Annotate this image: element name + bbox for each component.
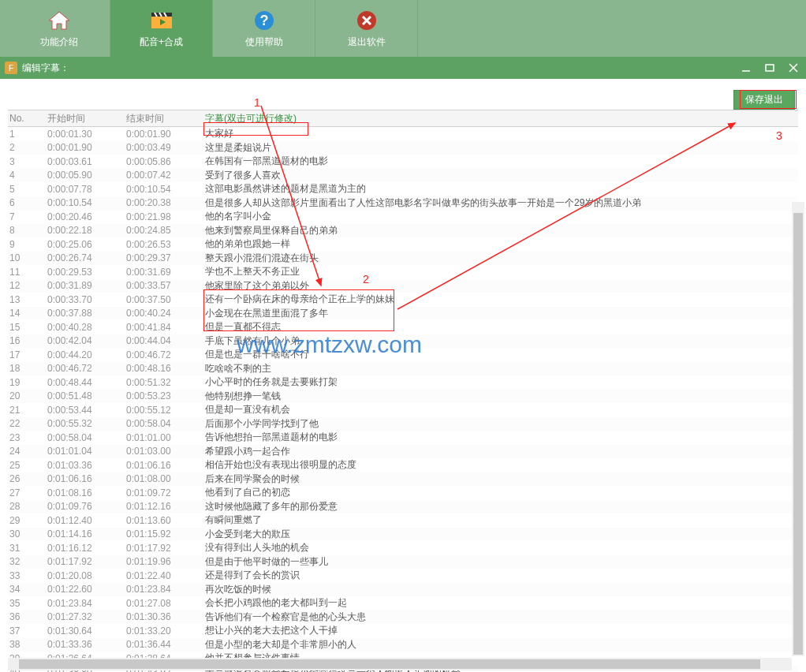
table-row[interactable]: 350:01:23.840:01:27.08会长把小鸡跟他的老大都叫到一起 (8, 596, 798, 610)
table-row[interactable]: 300:01:14.160:01:15.92小金受到老大的欺压 (8, 528, 798, 542)
table-row[interactable]: 270:01:08.160:01:09.72他看到了自己的初恋 (8, 486, 798, 500)
table-row[interactable]: 320:01:17.920:01:19.96但是由于他平时做的一些事儿 (8, 555, 798, 569)
cell-end: 0:01:01.00 (126, 432, 205, 443)
table-row[interactable]: 190:00:48.440:00:51.32小心平时的任务就是去要账打架 (8, 375, 798, 390)
cell-subtitle[interactable]: 但是小型的老大却是个非常胆小的人 (205, 638, 798, 651)
cell-no: 1 (8, 129, 47, 140)
cell-no: 18 (8, 363, 47, 374)
cell-subtitle[interactable]: 这部电影虽然讲述的题材是黑道为主的 (205, 182, 798, 196)
house-icon (45, 9, 73, 32)
cell-end: 0:01:19.96 (126, 556, 205, 567)
table-row[interactable]: 80:00:22.180:00:24.85他来到警察局里保释自己的弟弟 (8, 224, 798, 238)
cell-subtitle[interactable]: 告诉他想拍一部黑道题材的电影 (205, 431, 798, 444)
table-row[interactable]: 250:01:03.360:01:06.16相信开始也没有表现出很明显的态度 (8, 458, 798, 472)
cell-subtitle[interactable]: 有瞬间重燃了 (205, 513, 798, 527)
toolbar-dub-synth[interactable]: 配音+合成 (110, 0, 213, 57)
cell-subtitle[interactable]: 他特别想挣一笔钱 (205, 390, 798, 403)
table-row[interactable]: 100:00:26.740:00:29.37整天跟小混混们混迹在街头 (8, 252, 798, 266)
table-row[interactable]: 90:00:25.060:00:26.53他的弟弟也跟她一样 (8, 237, 798, 252)
cell-subtitle[interactable]: 受到了很多人喜欢 (205, 169, 798, 182)
table-row[interactable]: 180:00:46.720:00:48.16吃啥啥不剩的主 (8, 362, 798, 376)
cell-subtitle[interactable]: 会长把小鸡跟他的老大都叫到一起 (205, 596, 798, 610)
maximize-button[interactable] (762, 60, 778, 76)
cell-start: 0:01:12.40 (47, 515, 126, 526)
horizontal-scrollbar[interactable] (8, 658, 792, 670)
vertical-scrollbar[interactable] (792, 202, 804, 656)
table-row[interactable]: 140:00:37.880:00:40.24小金现在在黑道里面混了多年 (8, 307, 798, 321)
table-row[interactable]: 70:00:20.460:00:21.98他的名字叫小金 (8, 210, 798, 224)
cell-subtitle[interactable]: 吃啥啥不剩的主 (205, 362, 798, 375)
table-row[interactable]: 10:00:01.300:00:01.90大家好 (8, 127, 798, 141)
cell-subtitle[interactable]: 但是很多人却从这部影片里面看出了人性这部电影名字叫做卑劣的街头故事一开始是一个2… (205, 196, 798, 210)
cell-subtitle[interactable]: 学也不上整天不务正业 (205, 265, 798, 278)
table-row[interactable]: 370:01:30.640:01:33.20想让小兴的老大去把这个人干掉 (8, 624, 798, 638)
cell-subtitle[interactable]: 希望跟小鸡一起合作 (205, 445, 798, 458)
table-row[interactable]: 220:00:55.320:00:58.04后面那个小学同学找到了他 (8, 417, 798, 431)
cell-no: 34 (8, 584, 47, 595)
table-row[interactable]: 110:00:29.530:00:31.69学也不上整天不务正业 (8, 265, 798, 279)
table-row[interactable]: 230:00:58.040:01:01.00告诉他想拍一部黑道题材的电影 (8, 431, 798, 445)
table-row[interactable]: 310:01:16.120:01:17.92没有得到出人头地的机会 (8, 541, 798, 555)
table-row[interactable]: 380:01:33.360:01:36.44但是小型的老大却是个非常胆小的人 (8, 638, 798, 652)
cell-subtitle[interactable]: 但是由于他平时做的一些事儿 (205, 555, 798, 569)
cell-start: 0:01:03.36 (47, 460, 126, 471)
cell-subtitle[interactable]: 在韩国有一部黑道题材的电影 (205, 155, 798, 168)
cell-no: 30 (8, 528, 47, 539)
cell-end: 0:01:30.36 (126, 611, 205, 622)
table-row[interactable]: 330:01:20.080:01:22.40还是得到了会长的赏识 (8, 569, 798, 583)
cell-no: 5 (8, 184, 47, 195)
cell-end: 0:01:36.44 (126, 639, 205, 650)
cell-subtitle[interactable]: 他来到警察局里保释自己的弟弟 (205, 224, 798, 237)
table-row[interactable]: 210:00:53.440:00:55.12但是却一直没有机会 (8, 403, 798, 417)
table-row[interactable]: 50:00:07.780:00:10.54这部电影虽然讲述的题材是黑道为主的 (8, 182, 798, 196)
table-row[interactable]: 30:00:03.610:00:05.86在韩国有一部黑道题材的电影 (8, 155, 798, 169)
cell-subtitle[interactable]: 他的弟弟也跟她一样 (205, 237, 798, 251)
table-row[interactable]: 20:00:01.900:00:03.49这里是柔姐说片 (8, 141, 798, 155)
table-row[interactable]: 200:00:51.480:00:53.23他特别想挣一笔钱 (8, 390, 798, 404)
cell-subtitle[interactable]: 后面那个小学同学找到了他 (205, 417, 798, 431)
table-row[interactable]: 130:00:33.700:00:37.50还有一个卧病在床的母亲给个正在上学的… (8, 293, 798, 307)
app-icon: F (5, 62, 17, 74)
cell-subtitle[interactable]: 没有得到出人头地的机会 (205, 541, 798, 554)
col-header-end[interactable]: 结束时间 (126, 112, 205, 125)
cell-subtitle[interactable]: 他看到了自己的初恋 (205, 486, 798, 499)
cell-end: 0:01:13.60 (126, 515, 205, 526)
cell-subtitle[interactable]: 这时候他隐藏了多年的那份爱意 (205, 500, 798, 513)
cell-subtitle[interactable]: 告诉他们有一个检察官是他的心头大患 (205, 610, 798, 624)
table-row[interactable]: 120:00:31.890:00:33.57他家里除了这个弟弟以外 (8, 279, 798, 293)
toolbar-exit[interactable]: 退出软件 (315, 0, 418, 57)
table-row[interactable]: 290:01:12.400:01:13.60有瞬间重燃了 (8, 513, 798, 528)
table-row[interactable]: 360:01:27.320:01:30.36告诉他们有一个检察官是他的心头大患 (8, 610, 798, 625)
cell-subtitle[interactable]: 小心平时的任务就是去要账打架 (205, 375, 798, 389)
cell-start: 0:00:25.06 (47, 239, 126, 250)
toolbar-help[interactable]: ? 使用帮助 (213, 0, 315, 57)
cell-subtitle[interactable]: 相信开始也没有表现出很明显的态度 (205, 458, 798, 472)
col-header-no[interactable]: No. (8, 113, 47, 124)
table-row[interactable]: 60:00:10.540:00:20.38但是很多人却从这部影片里面看出了人性这… (8, 196, 798, 211)
minimize-button[interactable] (738, 60, 754, 76)
table-row[interactable]: 280:01:09.760:01:12.16这时候他隐藏了多年的那份爱意 (8, 500, 798, 514)
cell-end: 0:00:51.32 (126, 377, 205, 388)
cell-subtitle[interactable]: 整天跟小混混们混迹在街头 (205, 252, 798, 265)
cell-subtitle[interactable]: 后来在同学聚会的时候 (205, 472, 798, 486)
cell-end: 0:00:48.16 (126, 363, 205, 374)
cell-subtitle[interactable]: 再次吃饭的时候 (205, 583, 798, 596)
close-button[interactable] (785, 60, 801, 76)
table-row[interactable]: 260:01:06.160:01:08.00后来在同学聚会的时候 (8, 472, 798, 487)
cell-subtitle[interactable]: 他的名字叫小金 (205, 210, 798, 223)
table-row[interactable]: 40:00:05.900:00:07.42受到了很多人喜欢 (8, 169, 798, 183)
cell-subtitle[interactable]: 小金受到老大的欺压 (205, 528, 798, 541)
cell-start: 0:00:22.18 (47, 225, 126, 236)
toolbar-feature-intro[interactable]: 功能介绍 (8, 0, 110, 57)
cell-end: 0:00:29.37 (126, 252, 205, 263)
toolbar-label: 功能介绍 (40, 35, 78, 49)
table-row[interactable]: 240:01:01.040:01:03.00希望跟小鸡一起合作 (8, 445, 798, 459)
cell-subtitle[interactable]: 这里是柔姐说片 (205, 141, 798, 155)
col-header-start[interactable]: 开始时间 (47, 112, 126, 125)
highlight-box-header (203, 122, 308, 136)
cell-subtitle[interactable]: 但是却一直没有机会 (205, 403, 798, 416)
table-row[interactable]: 340:01:22.600:01:23.84再次吃饭的时候 (8, 583, 798, 597)
cell-end: 0:00:41.84 (126, 322, 205, 333)
cell-subtitle[interactable]: 想让小兴的老大去把这个人干掉 (205, 624, 798, 637)
cell-subtitle[interactable]: 还是得到了会长的赏识 (205, 569, 798, 582)
